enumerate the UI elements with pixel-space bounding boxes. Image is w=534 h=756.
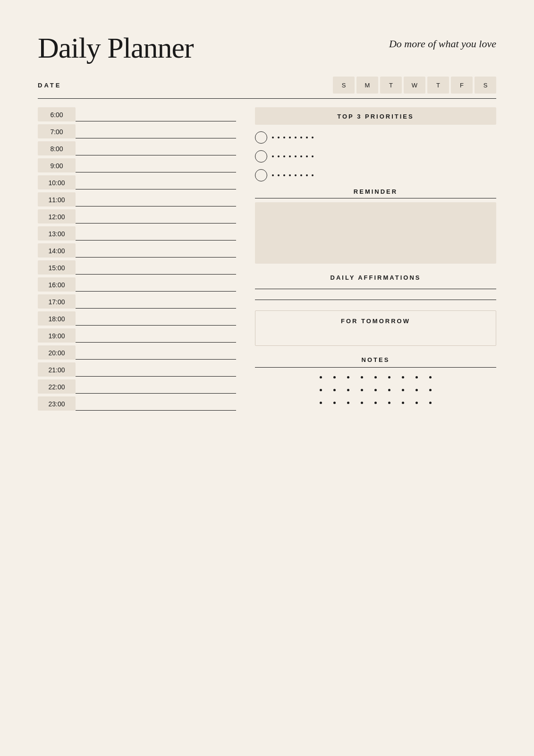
dot (295, 174, 297, 176)
time-line (76, 121, 236, 121)
notes-dots-row-3 (255, 402, 496, 404)
priority-circle-1 (255, 131, 267, 144)
schedule-entry: 9:00 (38, 158, 236, 173)
date-row: DATE SMTWTFS (38, 77, 496, 94)
time-line-wrap (76, 398, 236, 412)
time-line (76, 257, 236, 258)
dot (306, 137, 308, 138)
time-label: 6:00 (38, 107, 76, 121)
time-label: 11:00 (38, 192, 76, 206)
notes-dot (429, 389, 432, 391)
main-divider (38, 98, 496, 99)
time-line-wrap (76, 381, 236, 395)
dot (283, 155, 285, 157)
schedule-entry: 23:00 (38, 396, 236, 412)
notes-dots-row-2 (255, 389, 496, 391)
dot (289, 137, 291, 138)
affirmations-label: DAILY AFFIRMATIONS (255, 274, 496, 281)
top3-header: TOP 3 PRIORITIES (255, 107, 496, 125)
time-line (76, 393, 236, 394)
notes-dot (429, 402, 432, 404)
priority-row-3 (255, 169, 496, 181)
dot (300, 155, 302, 157)
dot (272, 137, 274, 138)
time-label: 13:00 (38, 226, 76, 241)
notes-dot (429, 376, 432, 378)
schedule-entry: 14:00 (38, 243, 236, 258)
dot (312, 174, 314, 176)
main-content: 6:007:008:009:0010:0011:0012:0013:0014:0… (38, 107, 496, 414)
notes-dot (320, 389, 322, 391)
time-line-wrap (76, 347, 236, 361)
time-line (76, 410, 236, 411)
dot (278, 174, 280, 176)
dot (272, 174, 274, 176)
time-line (76, 359, 236, 360)
time-label: 17:00 (38, 294, 76, 309)
dot (289, 174, 291, 176)
notes-dot (402, 376, 404, 378)
notes-dots-row-1 (255, 376, 496, 378)
time-line-wrap (76, 313, 236, 326)
date-label: DATE (38, 82, 61, 89)
time-line (76, 291, 236, 292)
priority-row-1 (255, 131, 496, 144)
notes-dot (347, 389, 349, 391)
notes-dot (361, 402, 363, 404)
schedule-entry: 15:00 (38, 260, 236, 275)
time-label: 10:00 (38, 175, 76, 189)
reminder-divider (255, 198, 496, 198)
time-line (76, 206, 236, 206)
notes-dot (388, 389, 390, 391)
time-line (76, 274, 236, 275)
notes-dot (415, 376, 418, 378)
dot (300, 137, 302, 138)
dot (306, 155, 308, 157)
time-line (76, 376, 236, 377)
time-line (76, 189, 236, 189)
dot (295, 137, 297, 138)
notes-dot (402, 402, 404, 404)
priority-dots-2 (270, 155, 496, 157)
time-line-wrap (76, 364, 236, 378)
time-label: 22:00 (38, 379, 76, 394)
dot (312, 155, 314, 157)
day-box-f-5: F (451, 77, 473, 94)
notes-dot (320, 376, 322, 378)
time-label: 20:00 (38, 345, 76, 360)
time-label: 9:00 (38, 158, 76, 172)
time-label: 16:00 (38, 277, 76, 292)
dot (300, 174, 302, 176)
notes-dot (374, 376, 377, 378)
time-line (76, 308, 236, 309)
schedule-entry: 6:00 (38, 107, 236, 122)
schedule-entry: 10:00 (38, 175, 236, 190)
time-label: 7:00 (38, 124, 76, 138)
schedule-entry: 20:00 (38, 345, 236, 361)
notes-dot (388, 376, 390, 378)
day-box-t-2: T (380, 77, 402, 94)
right-column: TOP 3 PRIORITIES (255, 107, 496, 414)
time-line (76, 325, 236, 326)
schedule-entry: 8:00 (38, 141, 236, 156)
schedule-entry: 12:00 (38, 209, 236, 224)
day-box-t-4: T (427, 77, 449, 94)
dot (306, 174, 308, 176)
time-line (76, 172, 236, 172)
reminder-box (255, 202, 496, 264)
time-line (76, 138, 236, 138)
aff-line-1 (255, 289, 496, 289)
notes-divider (255, 367, 496, 368)
dot (283, 137, 285, 138)
priority-dots-1 (270, 137, 496, 138)
priority-circle-3 (255, 169, 267, 181)
time-line-wrap (76, 177, 236, 190)
day-box-s-6: S (475, 77, 496, 94)
dot (295, 155, 297, 157)
notes-dot (333, 389, 336, 391)
reminder-label: REMINDER (255, 188, 496, 195)
time-label: 12:00 (38, 209, 76, 223)
tomorrow-label: FOR TOMORROW (255, 318, 496, 325)
time-label: 8:00 (38, 141, 76, 155)
tagline: Do more of what you love (389, 38, 496, 50)
